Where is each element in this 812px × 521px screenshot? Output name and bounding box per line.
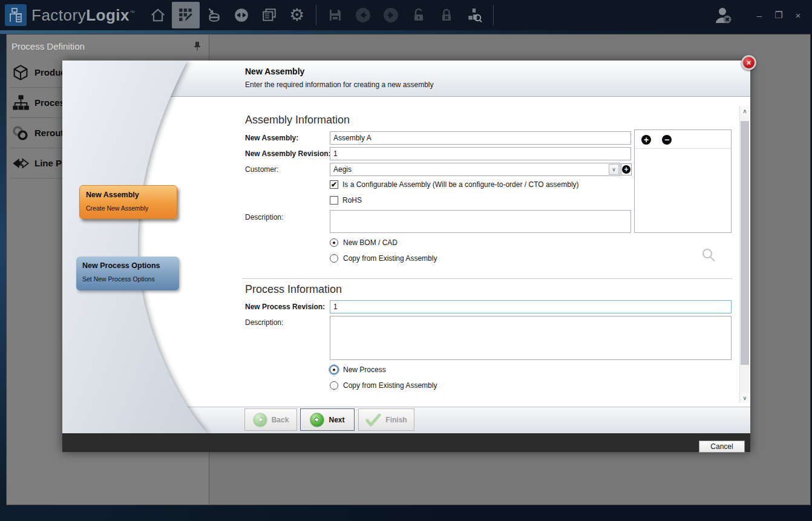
product-cube-icon: [11, 64, 30, 82]
back-button-label: Back: [272, 416, 289, 424]
next-button-label: Next: [329, 416, 344, 424]
next-arrow-icon: [310, 413, 324, 427]
customer-combobox[interactable]: [330, 163, 620, 176]
process-copy-existing-radio-row[interactable]: Copy from Existing Assembly: [330, 381, 437, 390]
import-data-icon[interactable]: [200, 2, 228, 28]
scrollbar-thumb[interactable]: [741, 121, 749, 365]
scroll-up-icon[interactable]: ∧: [740, 106, 750, 116]
panel-title: Process Definition: [11, 41, 85, 51]
copy-existing-assembly-radio-row[interactable]: Copy from Existing Assembly: [330, 254, 437, 263]
step-title: New Assembly: [86, 191, 171, 199]
step-title: New Process Options: [82, 261, 173, 270]
new-process-revision-label: New Process Revision:: [245, 300, 325, 313]
finish-button[interactable]: Finish: [358, 408, 414, 431]
title-bar: FactoryLogix™: [0, 0, 812, 30]
window-frame-bottom: [0, 505, 812, 521]
dialog-scrollbar[interactable]: ∧ ∨: [739, 106, 749, 403]
lock-x-icon[interactable]: [433, 2, 460, 28]
process-copy-existing-label: Copy from Existing Assembly: [343, 381, 437, 390]
home-icon[interactable]: [144, 2, 172, 28]
configurable-assembly-checkbox[interactable]: ✔: [330, 180, 338, 189]
new-process-label: New Process: [343, 365, 386, 374]
rohs-checkbox-row[interactable]: RoHS: [330, 196, 362, 205]
step-subtitle: Create New Assembly: [86, 205, 171, 212]
section-divider: [242, 278, 732, 279]
reports-icon[interactable]: [255, 2, 283, 28]
factorylogix-logo-icon: [5, 4, 27, 26]
rohs-label: RoHS: [342, 196, 362, 205]
sidebar-item-label: Rerout: [34, 128, 64, 138]
minimize-button[interactable]: –: [751, 7, 767, 23]
pin-icon[interactable]: [193, 41, 201, 51]
wizard-panel-curve: [62, 61, 750, 433]
cancel-button[interactable]: Cancel: [699, 441, 745, 453]
window-controls: – ❐ ×: [709, 0, 812, 30]
customer-dropdown-chevron-icon[interactable]: ∨: [609, 164, 619, 175]
dialog-close-button[interactable]: ×: [741, 55, 756, 70]
process-tree-icon: [11, 94, 30, 112]
panel-header: Process Definition: [7, 34, 209, 57]
new-bom-cad-radio-row[interactable]: ● New BOM / CAD: [330, 238, 398, 247]
new-assembly-revision-input[interactable]: [330, 147, 631, 160]
dialog-title: New Assembly: [245, 67, 304, 76]
assembly-description-textarea[interactable]: [330, 210, 631, 233]
back-button[interactable]: Back: [244, 408, 297, 431]
new-bom-cad-radio[interactable]: ●: [330, 238, 338, 247]
edit-grid-icon[interactable]: [172, 2, 200, 28]
customer-label: Customer:: [245, 163, 278, 176]
toolbar-divider: [316, 5, 316, 25]
sidebar-item-label: Produc: [34, 67, 66, 77]
plus-icon: +: [622, 165, 630, 174]
copy-existing-assembly-radio[interactable]: [330, 254, 338, 263]
new-assembly-input[interactable]: [330, 131, 631, 145]
rohs-checkbox[interactable]: [330, 196, 338, 205]
add-customer-button[interactable]: +: [621, 163, 632, 175]
find-item-icon[interactable]: [460, 2, 488, 28]
window-frame-left: [0, 34, 6, 505]
scroll-down-icon[interactable]: ∨: [740, 393, 750, 403]
dialog-footer-bar: [62, 433, 750, 452]
remove-icon[interactable]: −: [662, 135, 672, 145]
back-arrow-icon: [253, 413, 267, 427]
assembly-information-heading: Assembly Information: [245, 114, 350, 126]
dialog-subtitle: Enter the required information for creat…: [245, 80, 434, 89]
reroute-links-icon: [11, 124, 30, 142]
process-copy-existing-radio[interactable]: [330, 381, 338, 390]
dialog-header: New Assembly Enter the required informat…: [62, 61, 750, 97]
process-description-textarea[interactable]: [330, 316, 732, 360]
forward-icon[interactable]: [377, 2, 405, 28]
close-window-button[interactable]: ×: [790, 7, 806, 23]
toolbar-divider: [493, 5, 494, 25]
configurable-assembly-label: Is a Configurable Assembly (Will be a co…: [342, 180, 579, 189]
new-assembly-revision-label: New Assembly Revision:: [245, 147, 331, 160]
step-subtitle: Set New Process Options: [82, 275, 173, 283]
app-title: FactoryLogix™: [31, 6, 136, 25]
new-assembly-label: New Assembly:: [245, 131, 298, 145]
finish-button-label: Finish: [385, 416, 407, 424]
new-process-radio[interactable]: ●: [330, 365, 338, 374]
process-information-heading: Process Information: [245, 283, 342, 296]
save-icon[interactable]: [321, 2, 349, 28]
new-bom-cad-label: New BOM / CAD: [343, 238, 398, 247]
configurable-assembly-checkbox-row[interactable]: ✔ Is a Configurable Assembly (Will be a …: [330, 180, 579, 189]
finish-check-icon: [365, 413, 381, 427]
user-logout-icon[interactable]: [709, 2, 737, 28]
wizard-step-new-assembly[interactable]: New Assembly Create New Assembly: [79, 185, 177, 219]
process-description-label: Description:: [245, 316, 283, 329]
application-window: FactoryLogix™: [0, 0, 812, 521]
sidebar-item-label: Proces: [34, 97, 65, 108]
maximize-button[interactable]: ❐: [771, 7, 787, 23]
new-process-radio-row[interactable]: ● New Process: [330, 365, 386, 374]
back-icon[interactable]: [349, 2, 377, 28]
sync-icon[interactable]: [228, 2, 255, 28]
wizard-step-new-process-options[interactable]: New Process Options Set New Process Opti…: [76, 257, 179, 290]
customer-listbox[interactable]: + −: [634, 129, 732, 233]
unlock-icon[interactable]: [405, 2, 433, 28]
listbox-toolbar: + −: [635, 130, 731, 149]
add-icon[interactable]: +: [641, 135, 651, 145]
new-process-revision-input[interactable]: [330, 300, 732, 313]
settings-gear-icon[interactable]: ⚙: [283, 2, 311, 28]
next-button[interactable]: Next: [300, 408, 355, 431]
line-arrows-icon: [11, 154, 30, 172]
assembly-description-label: Description:: [245, 211, 283, 224]
